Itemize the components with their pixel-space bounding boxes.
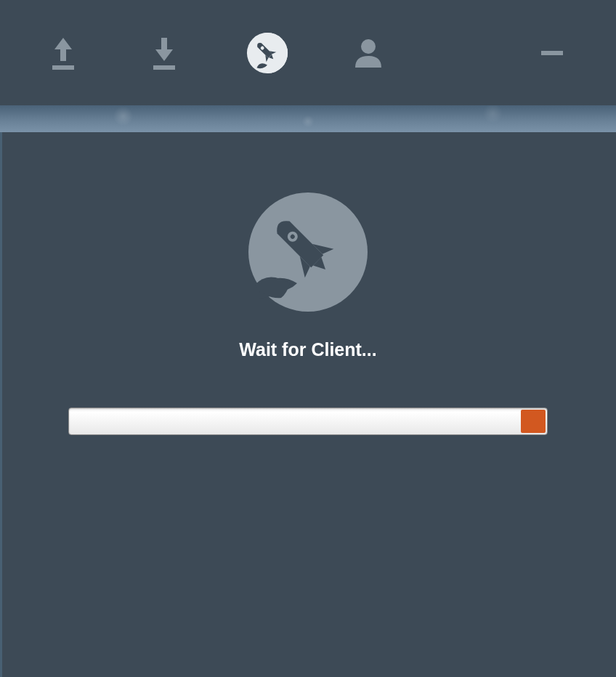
user-button[interactable] <box>351 31 386 75</box>
minimize-icon <box>538 39 566 67</box>
svg-point-4 <box>361 39 376 54</box>
status-text: Wait for Client... <box>239 339 376 360</box>
minimize-button[interactable] <box>538 31 566 75</box>
progress-bar <box>68 408 548 435</box>
progress-indicator <box>521 410 546 433</box>
main-logo <box>246 190 370 314</box>
svg-rect-1 <box>153 65 175 70</box>
svg-rect-5 <box>541 51 563 55</box>
rocket-logo-large <box>246 190 370 314</box>
user-icon <box>351 36 386 70</box>
toolbar <box>0 0 616 105</box>
rocket-icon <box>246 31 289 76</box>
rocket-logo-button[interactable] <box>246 31 289 75</box>
download-icon <box>145 33 184 73</box>
upload-button[interactable] <box>44 31 83 75</box>
svg-rect-0 <box>52 65 74 70</box>
content-area: Wait for Client... <box>0 132 616 677</box>
upload-icon <box>44 33 83 73</box>
download-button[interactable] <box>145 31 184 75</box>
banner-strip <box>0 105 616 132</box>
